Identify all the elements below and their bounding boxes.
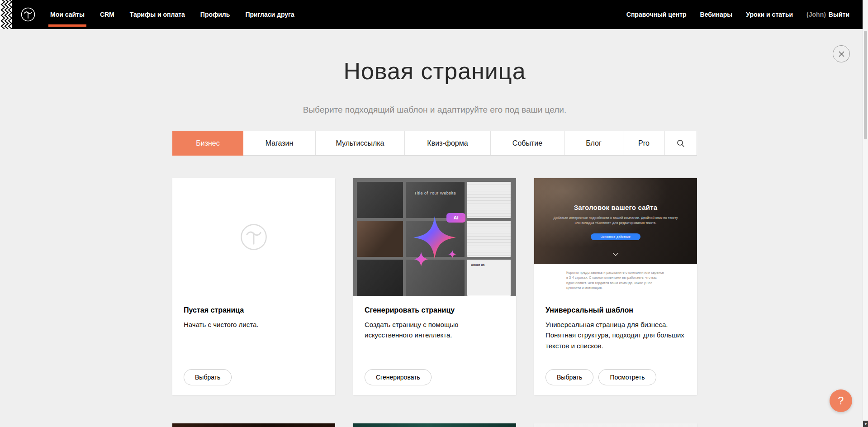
zigzag-pattern bbox=[0, 0, 12, 29]
select-universal-button[interactable]: Выбрать bbox=[545, 369, 593, 385]
nav-help-center[interactable]: Справочный центр bbox=[620, 11, 693, 18]
page-title: Новая страница bbox=[172, 58, 697, 85]
tab-quiz-form[interactable]: Квиз-форма bbox=[405, 131, 491, 155]
tab-shop[interactable]: Магазин bbox=[243, 131, 316, 155]
select-blank-button[interactable]: Выбрать bbox=[184, 369, 232, 385]
preview-universal-button[interactable]: Посмотреть bbox=[598, 369, 656, 385]
chevron-down-icon bbox=[612, 250, 619, 258]
nav-webinars[interactable]: Вебинары bbox=[693, 11, 740, 18]
template-preview-partial[interactable] bbox=[353, 423, 516, 427]
tilda-logo-icon[interactable] bbox=[19, 5, 37, 24]
tab-search[interactable] bbox=[665, 131, 697, 155]
top-navbar: Мои сайты CRM Тарифы и оплата Профиль Пр… bbox=[0, 0, 868, 29]
card-description: Универсальная страница для бизнеса. Поня… bbox=[545, 319, 686, 351]
logout-link[interactable]: Выйти bbox=[829, 11, 849, 18]
template-cards-row-partial bbox=[172, 423, 697, 427]
template-category-tabs: Бизнес Магазин Мультиссылка Квиз-форма С… bbox=[172, 131, 697, 156]
card-universal-template: Заголовок вашего сайта Добавьте интересн… bbox=[534, 178, 697, 395]
user-name: (John) bbox=[806, 11, 826, 18]
nav-profile[interactable]: Профиль bbox=[193, 0, 238, 29]
tilda-watermark-icon bbox=[237, 220, 271, 254]
card-title: Пустая страница bbox=[184, 306, 324, 314]
tab-business[interactable]: Бизнес bbox=[172, 131, 243, 156]
preview-hero-button: Основное действие bbox=[591, 233, 640, 240]
nav-tariffs[interactable]: Тарифы и оплата bbox=[122, 0, 193, 29]
help-button[interactable]: ? bbox=[830, 389, 852, 412]
ai-sparkle-icon bbox=[353, 178, 516, 296]
card-actions: Выбрать Посмотреть bbox=[545, 369, 656, 385]
nav-user-logout[interactable]: (John) Выйти bbox=[800, 11, 856, 18]
tab-multilink[interactable]: Мультиссылка bbox=[316, 131, 405, 155]
tab-blog[interactable]: Блог bbox=[564, 131, 623, 155]
close-icon bbox=[838, 51, 845, 57]
card-description: Создать страницу с помощью искусственног… bbox=[365, 319, 505, 341]
tab-event[interactable]: Событие bbox=[491, 131, 564, 155]
ai-badge: AI bbox=[446, 213, 465, 223]
scrollbar-down-arrow[interactable]: ▼ bbox=[863, 421, 868, 427]
card-description: Начать с чистого листа. bbox=[184, 319, 324, 330]
preview-body-text: Коротко представьтесь и расскажите о ком… bbox=[566, 270, 665, 290]
close-button[interactable] bbox=[833, 45, 850, 62]
card-actions: Выбрать bbox=[184, 369, 232, 385]
secondary-nav: Справочный центр Вебинары Уроки и статьи… bbox=[620, 11, 856, 18]
nav-crm[interactable]: CRM bbox=[92, 0, 122, 29]
page-subtitle: Выберите подходящий шаблон и адаптируйте… bbox=[172, 105, 697, 115]
card-ai-generate: Title of Your Website About us bbox=[353, 178, 516, 395]
nav-lessons[interactable]: Уроки и статьи bbox=[739, 11, 800, 18]
card-blank-page: Пустая страница Начать с чистого листа. … bbox=[172, 178, 335, 395]
search-icon bbox=[677, 139, 685, 147]
card-title: Сгенерировать страницу bbox=[365, 306, 505, 314]
preview-hero-title: Заголовок вашего сайта bbox=[534, 204, 697, 211]
template-preview-partial[interactable] bbox=[534, 423, 697, 427]
nav-my-sites[interactable]: Мои сайты bbox=[43, 0, 92, 29]
page-scrollbar[interactable]: ▼ bbox=[863, 0, 868, 427]
tab-pro[interactable]: Pro bbox=[623, 131, 665, 155]
universal-preview-body: Коротко представьтесь и расскажите о ком… bbox=[534, 264, 697, 297]
nav-invite-friend[interactable]: Пригласи друга bbox=[237, 0, 302, 29]
card-title: Универсальный шаблон bbox=[545, 306, 686, 314]
ai-preview-collage: Title of Your Website About us bbox=[353, 178, 516, 296]
universal-preview-hero: Заголовок вашего сайта Добавьте интересн… bbox=[534, 178, 697, 264]
template-preview-partial[interactable] bbox=[172, 423, 335, 427]
generate-button[interactable]: Сгенерировать bbox=[365, 369, 432, 385]
main-nav: Мои сайты CRM Тарифы и оплата Профиль Пр… bbox=[43, 0, 302, 29]
template-cards-row: Пустая страница Начать с чистого листа. … bbox=[172, 178, 697, 395]
preview-hero-subtitle: Добавьте интересные подробности о вашей … bbox=[552, 215, 679, 226]
card-actions: Сгенерировать bbox=[365, 369, 432, 385]
scrollbar-thumb[interactable] bbox=[864, 31, 867, 139]
